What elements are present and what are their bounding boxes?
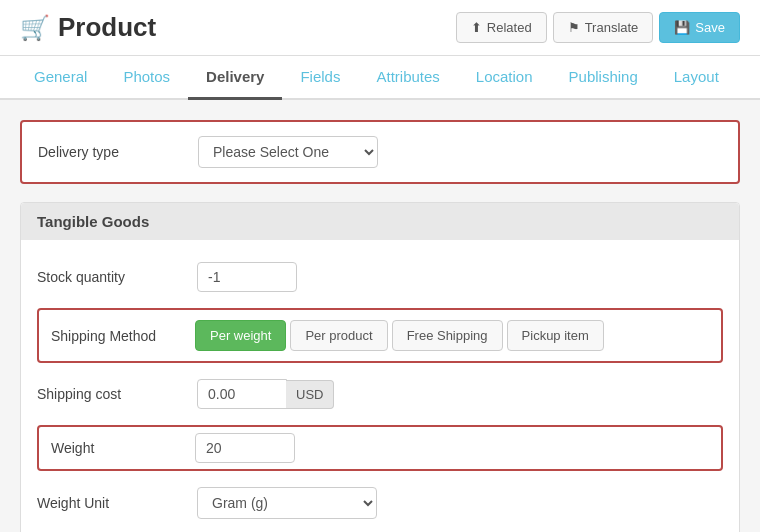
weight-unit-select[interactable]: Gram (g) Kilogram (kg) Pound (lb) Ounce … — [197, 487, 377, 519]
weight-row: Weight — [37, 425, 723, 471]
shipping-btn-pickup-item[interactable]: Pickup item — [507, 320, 604, 351]
shipping-btn-per-product[interactable]: Per product — [290, 320, 387, 351]
shipping-btn-group: Per weight Per product Free Shipping Pic… — [195, 320, 604, 351]
tab-location[interactable]: Location — [458, 56, 551, 100]
save-icon: 💾 — [674, 20, 690, 35]
tab-general[interactable]: General — [16, 56, 105, 100]
shipping-cost-input[interactable] — [197, 379, 287, 409]
weight-unit-label: Weight Unit — [37, 495, 197, 511]
shipping-cost-row: Shipping cost USD — [21, 371, 739, 417]
cart-icon: 🛒 — [20, 14, 50, 42]
shipping-btn-per-weight[interactable]: Per weight — [195, 320, 286, 351]
tab-photos[interactable]: Photos — [105, 56, 188, 100]
shipping-cost-label: Shipping cost — [37, 386, 197, 402]
stock-quantity-input[interactable] — [197, 262, 297, 292]
related-button[interactable]: ⬆ Related — [456, 12, 547, 43]
header: 🛒 Product ⬆ Related ⚑ Translate 💾 Save — [0, 0, 760, 56]
translate-label: Translate — [585, 20, 639, 35]
tangible-goods-box: Tangible Goods Stock quantity Shipping M… — [20, 202, 740, 532]
weight-label: Weight — [51, 440, 195, 456]
tab-fields[interactable]: Fields — [282, 56, 358, 100]
tab-publishing[interactable]: Publishing — [551, 56, 656, 100]
shipping-method-row: Shipping Method Per weight Per product F… — [37, 308, 723, 363]
delivery-type-select[interactable]: Please Select One Tangible Goods Digital… — [198, 136, 378, 168]
page-title: Product — [58, 12, 156, 43]
header-left: 🛒 Product — [20, 12, 156, 43]
save-button[interactable]: 💾 Save — [659, 12, 740, 43]
delivery-type-label: Delivery type — [38, 144, 198, 160]
stock-quantity-row: Stock quantity — [21, 254, 739, 300]
tabs-bar: General Photos Delivery Fields Attribute… — [0, 56, 760, 100]
delivery-type-section: Delivery type Please Select One Tangible… — [20, 120, 740, 184]
weight-input[interactable] — [195, 433, 295, 463]
content: Delivery type Please Select One Tangible… — [0, 100, 760, 532]
currency-badge: USD — [286, 380, 334, 409]
stock-quantity-label: Stock quantity — [37, 269, 197, 285]
tab-layout[interactable]: Layout — [656, 56, 737, 100]
header-actions: ⬆ Related ⚑ Translate 💾 Save — [456, 12, 740, 43]
shipping-method-label: Shipping Method — [51, 328, 195, 344]
save-label: Save — [695, 20, 725, 35]
tab-delivery[interactable]: Delivery — [188, 56, 282, 100]
shipping-btn-free-shipping[interactable]: Free Shipping — [392, 320, 503, 351]
related-icon: ⬆ — [471, 20, 482, 35]
translate-icon: ⚑ — [568, 20, 580, 35]
tangible-goods-title: Tangible Goods — [37, 213, 149, 230]
tangible-goods-header: Tangible Goods — [21, 203, 739, 240]
weight-unit-row: Weight Unit Gram (g) Kilogram (kg) Pound… — [21, 479, 739, 527]
tab-attributes[interactable]: Attributes — [358, 56, 457, 100]
delivery-type-control: Please Select One Tangible Goods Digital… — [198, 136, 722, 168]
related-label: Related — [487, 20, 532, 35]
translate-button[interactable]: ⚑ Translate — [553, 12, 654, 43]
